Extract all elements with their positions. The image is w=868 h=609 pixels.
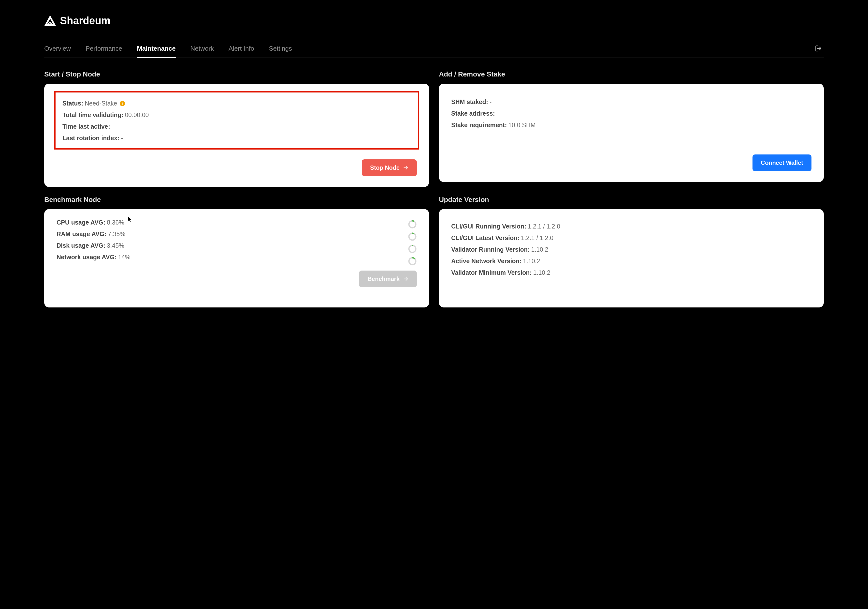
stake-req-label: Stake requirement: [451, 121, 507, 129]
validator-min-line: Validator Minimum Version: 1.10.2 [451, 269, 811, 276]
version-info: CLI/GUI Running Version: 1.2.1 / 1.2.0 C… [451, 219, 811, 297]
stake-title: Add / Remove Stake [439, 70, 824, 78]
disk-line: Disk usage AVG: 3.45% [57, 242, 401, 249]
benchmark-row: CPU usage AVG: 8.36% RAM usage AVG: 7.35… [57, 219, 417, 266]
status-highlight-box: Status: Need-Stake i Total time validati… [54, 91, 419, 149]
tab-performance[interactable]: Performance [85, 40, 122, 58]
ram-value: 7.35% [108, 230, 126, 238]
shm-staked-line: SHM staked: - [451, 98, 811, 106]
connect-wallet-button-label: Connect Wallet [761, 159, 803, 166]
total-time-line: Total time validating: 00:00:00 [62, 112, 411, 118]
ram-line: RAM usage AVG: 7.35% [57, 230, 401, 238]
active-network-label: Active Network Version: [451, 258, 521, 265]
connect-wallet-button[interactable]: Connect Wallet [752, 154, 811, 171]
validator-min-label: Validator Minimum Version: [451, 269, 532, 276]
start-stop-actions: Stop Node [57, 159, 417, 176]
validator-min-value: 1.10.2 [533, 269, 550, 276]
content-grid: Start / Stop Node Status: Need-Stake i T… [44, 70, 824, 308]
tab-settings[interactable]: Settings [269, 40, 292, 58]
svg-point-1 [48, 23, 49, 24]
cpu-label: CPU usage AVG: [57, 219, 105, 226]
benchmark-title: Benchmark Node [44, 196, 429, 204]
stake-address-label: Stake address: [451, 110, 495, 117]
status-label: Status: [62, 100, 83, 107]
validator-running-label: Validator Running Version: [451, 246, 530, 253]
tab-maintenance[interactable]: Maintenance [137, 40, 176, 58]
total-time-label: Total time validating: [62, 112, 123, 118]
stake-address-line: Stake address: - [451, 110, 811, 117]
cpu-line: CPU usage AVG: 8.36% [57, 219, 401, 226]
cli-latest-label: CLI/GUI Latest Version: [451, 235, 519, 242]
stake-card: SHM staked: - Stake address: - Stake req… [439, 84, 824, 182]
tab-overview[interactable]: Overview [44, 40, 71, 58]
total-time-value: 00:00:00 [125, 112, 149, 118]
rotation-value: - [121, 135, 123, 142]
validator-running-line: Validator Running Version: 1.10.2 [451, 246, 811, 253]
info-icon[interactable]: i [120, 101, 125, 106]
status-line: Status: Need-Stake i [62, 100, 411, 107]
disk-donut-icon [408, 244, 417, 253]
arrow-right-icon [403, 276, 408, 282]
net-donut-icon [408, 257, 417, 266]
logout-icon[interactable] [813, 43, 824, 55]
active-network-line: Active Network Version: 1.10.2 [451, 258, 811, 265]
cli-running-label: CLI/GUI Running Version: [451, 223, 526, 230]
cli-running-value: 1.2.1 / 1.2.0 [528, 223, 560, 230]
tab-network[interactable]: Network [191, 40, 214, 58]
donut-column [408, 219, 417, 266]
stake-req-line: Stake requirement: 10.0 SHM [451, 121, 811, 129]
svg-point-0 [49, 22, 51, 23]
version-card: CLI/GUI Running Version: 1.2.1 / 1.2.0 C… [439, 209, 824, 308]
rotation-line: Last rotation index: - [62, 135, 411, 142]
benchmark-button: Benchmark [359, 270, 417, 287]
version-title: Update Version [439, 196, 824, 204]
last-active-line: Time last active: - [62, 123, 411, 130]
app-header: Shardeum [44, 15, 824, 26]
section-stake: Add / Remove Stake SHM staked: - Stake a… [439, 70, 824, 187]
stake-actions: Connect Wallet [451, 154, 811, 171]
tab-alert-info[interactable]: Alert Info [229, 40, 254, 58]
section-start-stop: Start / Stop Node Status: Need-Stake i T… [44, 70, 429, 187]
stake-info: SHM staked: - Stake address: - Stake req… [451, 93, 811, 149]
last-active-label: Time last active: [62, 123, 110, 130]
stop-node-button-label: Stop Node [370, 164, 400, 171]
net-line: Network usage AVG: 14% [57, 253, 401, 261]
disk-label: Disk usage AVG: [57, 242, 105, 249]
stake-address-value: - [496, 110, 498, 117]
ram-label: RAM usage AVG: [57, 230, 106, 238]
nav-tabs: Overview Performance Maintenance Network… [44, 40, 813, 57]
net-label: Network usage AVG: [57, 253, 117, 261]
ram-donut-icon [408, 232, 417, 241]
section-benchmark: Benchmark Node CPU usage AVG: 8.36% RAM … [44, 196, 429, 308]
svg-point-9 [409, 245, 416, 252]
validator-running-value: 1.10.2 [531, 246, 548, 253]
disk-value: 3.45% [107, 242, 124, 249]
cli-latest-value: 1.2.1 / 1.2.0 [521, 235, 553, 242]
benchmark-metrics: CPU usage AVG: 8.36% RAM usage AVG: 7.35… [57, 219, 401, 261]
start-stop-info: Status: Need-Stake i Total time validati… [62, 100, 411, 142]
benchmark-card: CPU usage AVG: 8.36% RAM usage AVG: 7.35… [44, 209, 429, 308]
svg-point-5 [409, 221, 416, 228]
cli-latest-line: CLI/GUI Latest Version: 1.2.1 / 1.2.0 [451, 235, 811, 242]
net-value: 14% [118, 253, 130, 261]
status-value: Need-Stake [85, 100, 117, 107]
shm-staked-value: - [490, 98, 491, 106]
brand-name: Shardeum [60, 15, 110, 26]
shardeum-logo-icon [44, 15, 56, 26]
start-stop-title: Start / Stop Node [44, 70, 429, 78]
svg-point-2 [51, 23, 52, 24]
stop-node-button[interactable]: Stop Node [362, 159, 417, 176]
shm-staked-label: SHM staked: [451, 98, 488, 106]
svg-point-7 [409, 233, 416, 240]
benchmark-button-label: Benchmark [367, 275, 400, 282]
arrow-right-icon [403, 165, 408, 171]
stake-req-value: 10.0 SHM [508, 121, 535, 129]
cpu-value: 8.36% [107, 219, 124, 226]
last-active-value: - [112, 123, 113, 130]
cli-running-line: CLI/GUI Running Version: 1.2.1 / 1.2.0 [451, 223, 811, 230]
start-stop-card: Status: Need-Stake i Total time validati… [44, 84, 429, 187]
cpu-donut-icon [408, 220, 417, 229]
section-version: Update Version CLI/GUI Running Version: … [439, 196, 824, 308]
active-network-value: 1.10.2 [523, 258, 540, 265]
benchmark-actions: Benchmark [57, 270, 417, 287]
